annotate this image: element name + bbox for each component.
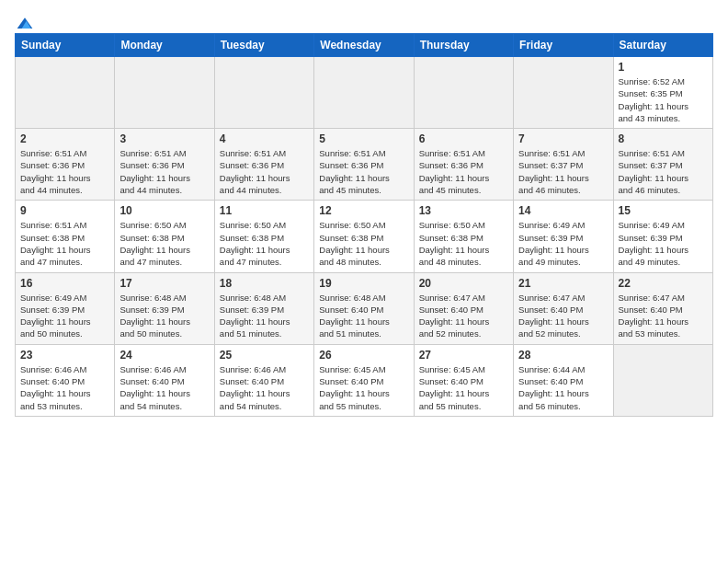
day-number: 24 xyxy=(119,349,209,362)
day-number: 22 xyxy=(619,277,708,290)
day-number: 19 xyxy=(319,277,408,290)
weekday-tuesday: Tuesday xyxy=(214,34,313,57)
week-row-2: 2Sunrise: 6:51 AM Sunset: 6:36 PM Daylig… xyxy=(16,129,713,201)
weekday-header-row: SundayMondayTuesdayWednesdayThursdayFrid… xyxy=(16,34,713,57)
calendar-cell: 10Sunrise: 6:50 AM Sunset: 6:38 PM Dayli… xyxy=(115,201,214,272)
calendar-cell: 25Sunrise: 6:46 AM Sunset: 6:40 PM Dayli… xyxy=(214,344,313,416)
calendar-cell xyxy=(214,57,313,129)
day-number: 27 xyxy=(419,349,508,362)
day-info: Sunrise: 6:47 AM Sunset: 6:40 PM Dayligh… xyxy=(518,292,608,340)
day-number: 5 xyxy=(319,132,408,145)
day-number: 8 xyxy=(619,132,708,145)
calendar-cell: 16Sunrise: 6:49 AM Sunset: 6:39 PM Dayli… xyxy=(16,272,115,344)
day-number: 4 xyxy=(220,132,309,145)
day-info: Sunrise: 6:45 AM Sunset: 6:40 PM Dayligh… xyxy=(419,363,508,412)
calendar-cell xyxy=(115,57,214,129)
day-info: Sunrise: 6:44 AM Sunset: 6:40 PM Dayligh… xyxy=(518,363,608,412)
day-number: 7 xyxy=(518,132,608,145)
day-number: 9 xyxy=(20,204,109,217)
day-info: Sunrise: 6:50 AM Sunset: 6:38 PM Dayligh… xyxy=(220,219,309,268)
day-number: 1 xyxy=(619,61,708,74)
day-number: 25 xyxy=(220,349,309,362)
day-number: 28 xyxy=(518,349,608,362)
day-info: Sunrise: 6:51 AM Sunset: 6:38 PM Dayligh… xyxy=(20,219,109,268)
day-info: Sunrise: 6:51 AM Sunset: 6:36 PM Dayligh… xyxy=(220,147,309,196)
calendar-cell xyxy=(613,344,712,416)
calendar-cell: 5Sunrise: 6:51 AM Sunset: 6:36 PM Daylig… xyxy=(314,129,414,201)
day-info: Sunrise: 6:47 AM Sunset: 6:40 PM Dayligh… xyxy=(419,292,508,340)
day-info: Sunrise: 6:45 AM Sunset: 6:40 PM Dayligh… xyxy=(319,363,408,412)
day-number: 26 xyxy=(319,349,408,362)
day-info: Sunrise: 6:51 AM Sunset: 6:37 PM Dayligh… xyxy=(518,147,608,196)
day-number: 13 xyxy=(419,204,508,217)
day-number: 23 xyxy=(20,349,109,362)
day-number: 11 xyxy=(220,204,309,217)
weekday-monday: Monday xyxy=(115,34,214,57)
week-row-1: 1Sunrise: 6:52 AM Sunset: 6:35 PM Daylig… xyxy=(16,57,713,129)
day-number: 2 xyxy=(20,132,109,145)
day-number: 20 xyxy=(419,277,508,290)
day-info: Sunrise: 6:51 AM Sunset: 6:36 PM Dayligh… xyxy=(319,147,408,196)
day-info: Sunrise: 6:48 AM Sunset: 6:39 PM Dayligh… xyxy=(119,292,209,340)
week-row-4: 16Sunrise: 6:49 AM Sunset: 6:39 PM Dayli… xyxy=(16,272,713,344)
day-number: 12 xyxy=(319,204,408,217)
calendar-cell: 2Sunrise: 6:51 AM Sunset: 6:36 PM Daylig… xyxy=(16,129,115,201)
calendar-cell: 6Sunrise: 6:51 AM Sunset: 6:36 PM Daylig… xyxy=(414,129,513,201)
calendar-cell: 18Sunrise: 6:48 AM Sunset: 6:39 PM Dayli… xyxy=(214,272,313,344)
calendar-cell: 15Sunrise: 6:49 AM Sunset: 6:39 PM Dayli… xyxy=(613,201,712,272)
calendar-cell: 12Sunrise: 6:50 AM Sunset: 6:38 PM Dayli… xyxy=(314,201,414,272)
calendar-cell: 17Sunrise: 6:48 AM Sunset: 6:39 PM Dayli… xyxy=(115,272,214,344)
day-info: Sunrise: 6:49 AM Sunset: 6:39 PM Dayligh… xyxy=(619,219,708,268)
day-info: Sunrise: 6:50 AM Sunset: 6:38 PM Dayligh… xyxy=(119,219,209,268)
day-info: Sunrise: 6:51 AM Sunset: 6:36 PM Dayligh… xyxy=(419,147,508,196)
calendar-cell xyxy=(16,57,115,129)
week-row-3: 9Sunrise: 6:51 AM Sunset: 6:38 PM Daylig… xyxy=(16,201,713,272)
day-info: Sunrise: 6:49 AM Sunset: 6:39 PM Dayligh… xyxy=(20,292,109,340)
day-info: Sunrise: 6:48 AM Sunset: 6:39 PM Dayligh… xyxy=(220,292,309,340)
day-info: Sunrise: 6:50 AM Sunset: 6:38 PM Dayligh… xyxy=(419,219,508,268)
day-info: Sunrise: 6:51 AM Sunset: 6:37 PM Dayligh… xyxy=(619,147,708,196)
calendar-cell: 1Sunrise: 6:52 AM Sunset: 6:35 PM Daylig… xyxy=(613,57,712,129)
weekday-wednesday: Wednesday xyxy=(314,34,414,57)
day-number: 10 xyxy=(119,204,209,217)
logo xyxy=(15,15,34,29)
calendar-cell: 28Sunrise: 6:44 AM Sunset: 6:40 PM Dayli… xyxy=(514,344,613,416)
calendar-cell: 24Sunrise: 6:46 AM Sunset: 6:40 PM Dayli… xyxy=(115,344,214,416)
calendar-cell: 26Sunrise: 6:45 AM Sunset: 6:40 PM Dayli… xyxy=(314,344,414,416)
calendar-cell: 19Sunrise: 6:48 AM Sunset: 6:40 PM Dayli… xyxy=(314,272,414,344)
calendar-cell: 13Sunrise: 6:50 AM Sunset: 6:38 PM Dayli… xyxy=(414,201,513,272)
calendar-cell: 14Sunrise: 6:49 AM Sunset: 6:39 PM Dayli… xyxy=(514,201,613,272)
calendar-cell: 3Sunrise: 6:51 AM Sunset: 6:36 PM Daylig… xyxy=(115,129,214,201)
calendar-cell xyxy=(314,57,414,129)
calendar-cell xyxy=(514,57,613,129)
calendar-table: SundayMondayTuesdayWednesdayThursdayFrid… xyxy=(15,33,713,417)
logo-icon xyxy=(16,15,34,33)
calendar-cell: 22Sunrise: 6:47 AM Sunset: 6:40 PM Dayli… xyxy=(613,272,712,344)
day-number: 6 xyxy=(419,132,508,145)
calendar-cell: 8Sunrise: 6:51 AM Sunset: 6:37 PM Daylig… xyxy=(613,129,712,201)
day-number: 16 xyxy=(20,277,109,290)
calendar-cell: 20Sunrise: 6:47 AM Sunset: 6:40 PM Dayli… xyxy=(414,272,513,344)
weekday-friday: Friday xyxy=(514,34,613,57)
calendar-cell: 11Sunrise: 6:50 AM Sunset: 6:38 PM Dayli… xyxy=(214,201,313,272)
week-row-5: 23Sunrise: 6:46 AM Sunset: 6:40 PM Dayli… xyxy=(16,344,713,416)
day-number: 18 xyxy=(220,277,309,290)
day-info: Sunrise: 6:49 AM Sunset: 6:39 PM Dayligh… xyxy=(518,219,608,268)
day-info: Sunrise: 6:48 AM Sunset: 6:40 PM Dayligh… xyxy=(319,292,408,340)
calendar-cell xyxy=(414,57,513,129)
day-number: 14 xyxy=(518,204,608,217)
calendar-cell: 23Sunrise: 6:46 AM Sunset: 6:40 PM Dayli… xyxy=(16,344,115,416)
day-number: 3 xyxy=(119,132,209,145)
calendar-cell: 7Sunrise: 6:51 AM Sunset: 6:37 PM Daylig… xyxy=(514,129,613,201)
weekday-saturday: Saturday xyxy=(613,34,712,57)
weekday-sunday: Sunday xyxy=(16,34,115,57)
day-info: Sunrise: 6:46 AM Sunset: 6:40 PM Dayligh… xyxy=(20,363,109,412)
weekday-thursday: Thursday xyxy=(414,34,513,57)
day-number: 15 xyxy=(619,204,708,217)
day-info: Sunrise: 6:46 AM Sunset: 6:40 PM Dayligh… xyxy=(119,363,209,412)
calendar-cell: 21Sunrise: 6:47 AM Sunset: 6:40 PM Dayli… xyxy=(514,272,613,344)
day-info: Sunrise: 6:50 AM Sunset: 6:38 PM Dayligh… xyxy=(319,219,408,268)
day-info: Sunrise: 6:52 AM Sunset: 6:35 PM Dayligh… xyxy=(619,75,708,124)
day-info: Sunrise: 6:51 AM Sunset: 6:36 PM Dayligh… xyxy=(20,147,109,196)
calendar-cell: 9Sunrise: 6:51 AM Sunset: 6:38 PM Daylig… xyxy=(16,201,115,272)
